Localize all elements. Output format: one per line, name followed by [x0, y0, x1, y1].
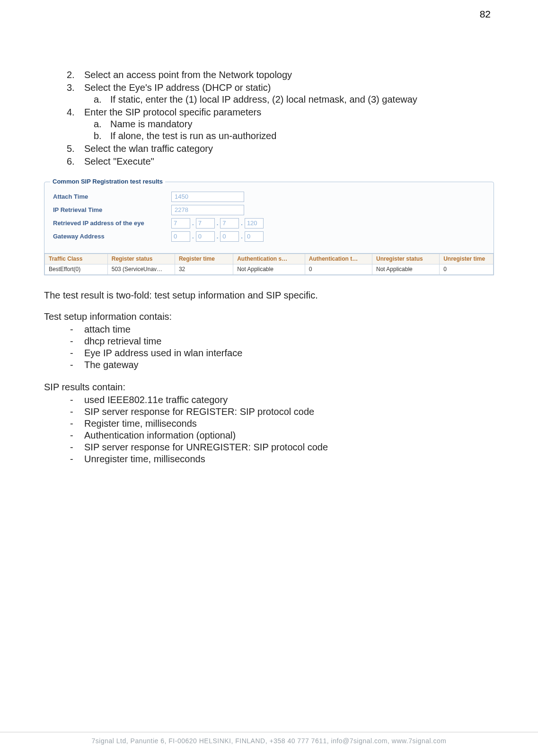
setup-info-list: -attach time -dhcp retrieval time -Eye I… [44, 324, 494, 371]
substeps: a.If static, enter the (1) local IP addr… [84, 94, 494, 105]
cell-register-time: 32 [175, 264, 233, 275]
cell-traffic-class: BestEffort(0) [45, 264, 108, 275]
list-text: Register time, milliseconds [84, 418, 197, 429]
list-text: Eye IP address used in wlan interface [84, 348, 242, 358]
step-number: 5. [67, 143, 75, 155]
dash-bullet: - [70, 406, 73, 418]
step-4a: a.Name is mandatory [84, 118, 494, 130]
gw-octet-3[interactable]: 0 [220, 231, 239, 242]
list-text: dhcp retrieval time [84, 336, 161, 346]
col-auth-time[interactable]: Authentication t… [305, 254, 372, 264]
substep-letter: b. [94, 130, 102, 142]
dash-bullet: - [70, 453, 73, 465]
list-item: -The gateway [44, 359, 494, 371]
col-auth-status[interactable]: Authentication s… [233, 254, 305, 264]
list-text: The gateway [84, 360, 139, 370]
col-register-status[interactable]: Register status [107, 254, 175, 264]
gateway-row: Gateway Address 0. 0. 0. 0 [53, 231, 485, 242]
dash-bullet: - [70, 441, 73, 453]
step-4: 4.Enter the SIP protocol specific parame… [44, 106, 494, 142]
dash-bullet: - [70, 394, 73, 406]
step-number: 4. [67, 106, 75, 118]
ip-dot: . [217, 220, 219, 227]
setup-info-header: Test setup information contais: [44, 311, 494, 323]
gw-octet-2[interactable]: 0 [196, 231, 215, 242]
gw-octet-4[interactable]: 0 [245, 231, 264, 242]
gw-octet-1[interactable]: 0 [171, 231, 190, 242]
ip-dot: . [192, 233, 194, 240]
col-traffic-class[interactable]: Traffic Class [45, 254, 108, 264]
list-item: -SIP server response for REGISTER: SIP p… [44, 406, 494, 418]
dash-bullet: - [70, 335, 73, 347]
page-footer: 7signal Ltd, Panuntie 6, FI-00620 HELSIN… [0, 732, 538, 745]
list-item: -dhcp retrieval time [44, 335, 494, 347]
ip-octet-4[interactable]: 120 [245, 218, 264, 229]
step-5: 5.Select the wlan traffic category [44, 143, 494, 155]
list-text: attach time [84, 324, 131, 334]
list-text: SIP server response for REGISTER: SIP pr… [84, 406, 314, 417]
list-text: SIP server response for UNREGISTER: SIP … [84, 442, 328, 452]
ip-dot: . [217, 233, 219, 240]
step-text: Enter the SIP protocol specific paramete… [84, 107, 261, 117]
dash-bullet: - [70, 347, 73, 359]
cell-unregister-status: Not Applicable [372, 264, 440, 275]
list-text: Unregister time, milliseconds [84, 454, 205, 464]
ip-dot: . [241, 233, 243, 240]
step-text: Select "Execute" [84, 156, 154, 167]
substep-letter: a. [94, 94, 102, 105]
dash-bullet: - [70, 324, 73, 335]
ip-retrieval-row: IP Retrieval Time 2278 [53, 205, 485, 215]
main-content: 2.Select an access point from the Networ… [44, 69, 494, 465]
step-number: 6. [67, 156, 75, 167]
dash-bullet: - [70, 418, 73, 430]
substep-text: If static, enter the (1) local IP addres… [110, 94, 417, 105]
list-item: -SIP server response for UNREGISTER: SIP… [44, 441, 494, 453]
numbered-steps: 2.Select an access point from the Networ… [44, 69, 494, 167]
attach-time-field[interactable]: 1450 [171, 192, 244, 202]
step-text: Select an access point from the Network … [84, 70, 292, 80]
cell-register-status: 503 (ServiceUnav… [107, 264, 175, 275]
explanation-section: The test result is two-fold: test setup … [44, 290, 494, 465]
summary-paragraph: The test result is two-fold: test setup … [44, 290, 494, 301]
list-item: -Register time, milliseconds [44, 418, 494, 430]
col-unregister-time[interactable]: Unregister time [440, 254, 494, 264]
retrieved-ip-label: Retrieved IP address of the eye [53, 220, 171, 227]
sip-results-header: SIP results contain: [44, 381, 494, 393]
attach-time-label: Attach Time [53, 193, 171, 201]
ip-octet-2[interactable]: 7 [196, 218, 215, 229]
step-2: 2.Select an access point from the Networ… [44, 69, 494, 81]
ip-dot: . [192, 220, 194, 227]
results-table: Traffic Class Register status Register t… [44, 254, 494, 275]
retrieved-ip-field[interactable]: 7. 7. 7. 120 [171, 218, 264, 229]
step-number: 3. [67, 82, 75, 94]
list-item: -attach time [44, 324, 494, 335]
step-text: Select the wlan traffic category [84, 143, 213, 154]
cell-auth-time: 0 [305, 264, 372, 275]
gateway-label: Gateway Address [53, 233, 171, 240]
substep-text: Name is mandatory [110, 119, 192, 129]
retrieved-ip-row: Retrieved IP address of the eye 7. 7. 7.… [53, 218, 485, 229]
page-number: 82 [480, 9, 491, 20]
fieldset-legend: Common SIP Registration test results [50, 178, 165, 185]
results-table-wrap: Traffic Class Register status Register t… [44, 253, 494, 275]
document-page: 82 2.Select an access point from the Net… [0, 0, 538, 756]
list-item: -used IEEE802.11e traffic category [44, 394, 494, 406]
list-item: -Unregister time, milliseconds [44, 453, 494, 465]
ip-octet-1[interactable]: 7 [171, 218, 190, 229]
table-header-row: Traffic Class Register status Register t… [45, 254, 494, 264]
step-text: Select the Eye's IP address (DHCP or sta… [84, 82, 271, 93]
col-unregister-status[interactable]: Unregister status [372, 254, 440, 264]
results-panel: Common SIP Registration test results Att… [44, 182, 494, 275]
table-row[interactable]: BestEffort(0) 503 (ServiceUnav… 32 Not A… [45, 264, 494, 275]
step-6: 6.Select "Execute" [44, 156, 494, 167]
ip-retrieval-field[interactable]: 2278 [171, 205, 244, 215]
ip-octet-3[interactable]: 7 [220, 218, 239, 229]
substeps: a.Name is mandatory b.If alone, the test… [84, 118, 494, 142]
gateway-field[interactable]: 0. 0. 0. 0 [171, 231, 264, 242]
step-4b: b.If alone, the test is run as un-author… [84, 130, 494, 142]
step-3: 3.Select the Eye's IP address (DHCP or s… [44, 82, 494, 105]
col-register-time[interactable]: Register time [175, 254, 233, 264]
substep-text: If alone, the test is run as un-authoriz… [110, 131, 276, 141]
cell-auth-status: Not Applicable [233, 264, 305, 275]
substep-letter: a. [94, 118, 102, 130]
